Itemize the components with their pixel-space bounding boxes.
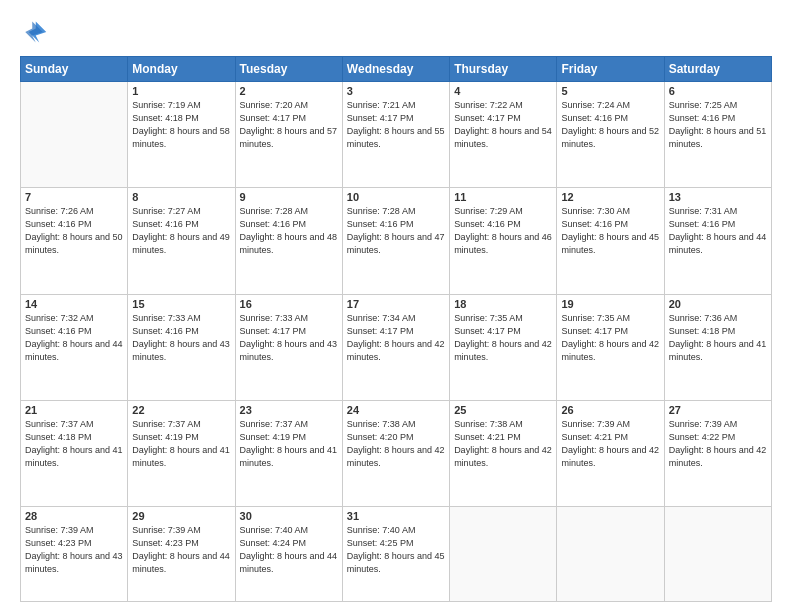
logo-icon bbox=[20, 18, 48, 46]
weekday-header-monday: Monday bbox=[128, 57, 235, 82]
weekday-header-friday: Friday bbox=[557, 57, 664, 82]
day-number: 12 bbox=[561, 191, 659, 203]
day-number: 2 bbox=[240, 85, 338, 97]
day-number: 11 bbox=[454, 191, 552, 203]
calendar-cell: 5Sunrise: 7:24 AMSunset: 4:16 PMDaylight… bbox=[557, 82, 664, 188]
calendar-cell: 24Sunrise: 7:38 AMSunset: 4:20 PMDayligh… bbox=[342, 400, 449, 506]
week-row-4: 28Sunrise: 7:39 AMSunset: 4:23 PMDayligh… bbox=[21, 507, 772, 602]
day-number: 1 bbox=[132, 85, 230, 97]
day-number: 18 bbox=[454, 298, 552, 310]
cell-info: Sunrise: 7:31 AMSunset: 4:16 PMDaylight:… bbox=[669, 205, 767, 257]
day-number: 9 bbox=[240, 191, 338, 203]
calendar-cell: 1Sunrise: 7:19 AMSunset: 4:18 PMDaylight… bbox=[128, 82, 235, 188]
day-number: 3 bbox=[347, 85, 445, 97]
calendar-cell: 21Sunrise: 7:37 AMSunset: 4:18 PMDayligh… bbox=[21, 400, 128, 506]
weekday-header-thursday: Thursday bbox=[450, 57, 557, 82]
cell-info: Sunrise: 7:28 AMSunset: 4:16 PMDaylight:… bbox=[347, 205, 445, 257]
calendar-cell: 19Sunrise: 7:35 AMSunset: 4:17 PMDayligh… bbox=[557, 294, 664, 400]
calendar-cell bbox=[664, 507, 771, 602]
cell-info: Sunrise: 7:39 AMSunset: 4:23 PMDaylight:… bbox=[132, 524, 230, 576]
logo bbox=[20, 18, 52, 46]
day-number: 14 bbox=[25, 298, 123, 310]
calendar-cell: 15Sunrise: 7:33 AMSunset: 4:16 PMDayligh… bbox=[128, 294, 235, 400]
calendar-cell: 25Sunrise: 7:38 AMSunset: 4:21 PMDayligh… bbox=[450, 400, 557, 506]
cell-info: Sunrise: 7:40 AMSunset: 4:25 PMDaylight:… bbox=[347, 524, 445, 576]
page: SundayMondayTuesdayWednesdayThursdayFrid… bbox=[0, 0, 792, 612]
day-number: 30 bbox=[240, 510, 338, 522]
day-number: 17 bbox=[347, 298, 445, 310]
cell-info: Sunrise: 7:38 AMSunset: 4:21 PMDaylight:… bbox=[454, 418, 552, 470]
calendar-cell: 7Sunrise: 7:26 AMSunset: 4:16 PMDaylight… bbox=[21, 188, 128, 294]
calendar-cell: 3Sunrise: 7:21 AMSunset: 4:17 PMDaylight… bbox=[342, 82, 449, 188]
cell-info: Sunrise: 7:27 AMSunset: 4:16 PMDaylight:… bbox=[132, 205, 230, 257]
calendar-cell: 22Sunrise: 7:37 AMSunset: 4:19 PMDayligh… bbox=[128, 400, 235, 506]
day-number: 19 bbox=[561, 298, 659, 310]
cell-info: Sunrise: 7:36 AMSunset: 4:18 PMDaylight:… bbox=[669, 312, 767, 364]
calendar-cell: 2Sunrise: 7:20 AMSunset: 4:17 PMDaylight… bbox=[235, 82, 342, 188]
day-number: 23 bbox=[240, 404, 338, 416]
day-number: 29 bbox=[132, 510, 230, 522]
calendar-cell bbox=[450, 507, 557, 602]
svg-marker-1 bbox=[25, 22, 43, 43]
cell-info: Sunrise: 7:39 AMSunset: 4:21 PMDaylight:… bbox=[561, 418, 659, 470]
day-number: 24 bbox=[347, 404, 445, 416]
week-row-0: 1Sunrise: 7:19 AMSunset: 4:18 PMDaylight… bbox=[21, 82, 772, 188]
cell-info: Sunrise: 7:38 AMSunset: 4:20 PMDaylight:… bbox=[347, 418, 445, 470]
cell-info: Sunrise: 7:30 AMSunset: 4:16 PMDaylight:… bbox=[561, 205, 659, 257]
weekday-header-sunday: Sunday bbox=[21, 57, 128, 82]
cell-info: Sunrise: 7:37 AMSunset: 4:19 PMDaylight:… bbox=[132, 418, 230, 470]
weekday-header-saturday: Saturday bbox=[664, 57, 771, 82]
weekday-header-wednesday: Wednesday bbox=[342, 57, 449, 82]
calendar-cell: 27Sunrise: 7:39 AMSunset: 4:22 PMDayligh… bbox=[664, 400, 771, 506]
calendar-cell: 31Sunrise: 7:40 AMSunset: 4:25 PMDayligh… bbox=[342, 507, 449, 602]
calendar-cell: 29Sunrise: 7:39 AMSunset: 4:23 PMDayligh… bbox=[128, 507, 235, 602]
calendar-cell: 17Sunrise: 7:34 AMSunset: 4:17 PMDayligh… bbox=[342, 294, 449, 400]
cell-info: Sunrise: 7:24 AMSunset: 4:16 PMDaylight:… bbox=[561, 99, 659, 151]
cell-info: Sunrise: 7:19 AMSunset: 4:18 PMDaylight:… bbox=[132, 99, 230, 151]
cell-info: Sunrise: 7:21 AMSunset: 4:17 PMDaylight:… bbox=[347, 99, 445, 151]
cell-info: Sunrise: 7:29 AMSunset: 4:16 PMDaylight:… bbox=[454, 205, 552, 257]
day-number: 20 bbox=[669, 298, 767, 310]
cell-info: Sunrise: 7:35 AMSunset: 4:17 PMDaylight:… bbox=[561, 312, 659, 364]
day-number: 28 bbox=[25, 510, 123, 522]
cell-info: Sunrise: 7:33 AMSunset: 4:16 PMDaylight:… bbox=[132, 312, 230, 364]
cell-info: Sunrise: 7:20 AMSunset: 4:17 PMDaylight:… bbox=[240, 99, 338, 151]
day-number: 8 bbox=[132, 191, 230, 203]
calendar-cell: 18Sunrise: 7:35 AMSunset: 4:17 PMDayligh… bbox=[450, 294, 557, 400]
calendar-cell: 4Sunrise: 7:22 AMSunset: 4:17 PMDaylight… bbox=[450, 82, 557, 188]
cell-info: Sunrise: 7:35 AMSunset: 4:17 PMDaylight:… bbox=[454, 312, 552, 364]
cell-info: Sunrise: 7:26 AMSunset: 4:16 PMDaylight:… bbox=[25, 205, 123, 257]
calendar-cell: 23Sunrise: 7:37 AMSunset: 4:19 PMDayligh… bbox=[235, 400, 342, 506]
cell-info: Sunrise: 7:33 AMSunset: 4:17 PMDaylight:… bbox=[240, 312, 338, 364]
calendar-cell: 26Sunrise: 7:39 AMSunset: 4:21 PMDayligh… bbox=[557, 400, 664, 506]
day-number: 5 bbox=[561, 85, 659, 97]
calendar-cell: 6Sunrise: 7:25 AMSunset: 4:16 PMDaylight… bbox=[664, 82, 771, 188]
day-number: 7 bbox=[25, 191, 123, 203]
calendar-cell: 14Sunrise: 7:32 AMSunset: 4:16 PMDayligh… bbox=[21, 294, 128, 400]
day-number: 15 bbox=[132, 298, 230, 310]
cell-info: Sunrise: 7:32 AMSunset: 4:16 PMDaylight:… bbox=[25, 312, 123, 364]
day-number: 6 bbox=[669, 85, 767, 97]
calendar-cell: 13Sunrise: 7:31 AMSunset: 4:16 PMDayligh… bbox=[664, 188, 771, 294]
weekday-header-row: SundayMondayTuesdayWednesdayThursdayFrid… bbox=[21, 57, 772, 82]
weekday-header-tuesday: Tuesday bbox=[235, 57, 342, 82]
day-number: 4 bbox=[454, 85, 552, 97]
calendar-cell: 12Sunrise: 7:30 AMSunset: 4:16 PMDayligh… bbox=[557, 188, 664, 294]
cell-info: Sunrise: 7:34 AMSunset: 4:17 PMDaylight:… bbox=[347, 312, 445, 364]
calendar-cell: 9Sunrise: 7:28 AMSunset: 4:16 PMDaylight… bbox=[235, 188, 342, 294]
day-number: 25 bbox=[454, 404, 552, 416]
calendar-cell: 28Sunrise: 7:39 AMSunset: 4:23 PMDayligh… bbox=[21, 507, 128, 602]
week-row-3: 21Sunrise: 7:37 AMSunset: 4:18 PMDayligh… bbox=[21, 400, 772, 506]
calendar-cell bbox=[557, 507, 664, 602]
day-number: 27 bbox=[669, 404, 767, 416]
calendar-cell: 20Sunrise: 7:36 AMSunset: 4:18 PMDayligh… bbox=[664, 294, 771, 400]
day-number: 26 bbox=[561, 404, 659, 416]
cell-info: Sunrise: 7:25 AMSunset: 4:16 PMDaylight:… bbox=[669, 99, 767, 151]
cell-info: Sunrise: 7:37 AMSunset: 4:19 PMDaylight:… bbox=[240, 418, 338, 470]
cell-info: Sunrise: 7:39 AMSunset: 4:23 PMDaylight:… bbox=[25, 524, 123, 576]
week-row-2: 14Sunrise: 7:32 AMSunset: 4:16 PMDayligh… bbox=[21, 294, 772, 400]
day-number: 31 bbox=[347, 510, 445, 522]
calendar-cell: 10Sunrise: 7:28 AMSunset: 4:16 PMDayligh… bbox=[342, 188, 449, 294]
week-row-1: 7Sunrise: 7:26 AMSunset: 4:16 PMDaylight… bbox=[21, 188, 772, 294]
cell-info: Sunrise: 7:22 AMSunset: 4:17 PMDaylight:… bbox=[454, 99, 552, 151]
